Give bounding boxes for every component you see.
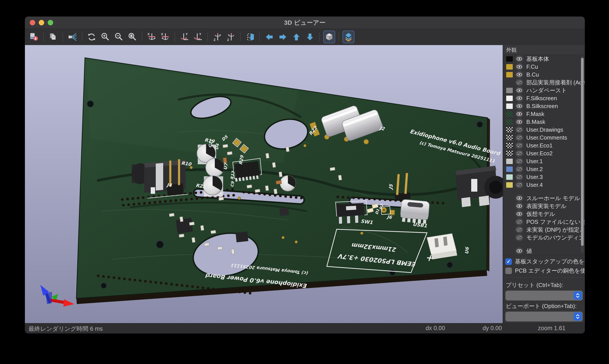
stepper-icon[interactable]	[574, 312, 582, 321]
viewport-select[interactable]	[505, 312, 583, 322]
pan-left-button[interactable]	[263, 31, 275, 43]
layer-color-swatch[interactable]	[506, 127, 513, 132]
visibility-eye-off-icon[interactable]	[515, 158, 523, 165]
model-option-row[interactable]: 表面実装モデル	[503, 202, 585, 210]
maximize-button[interactable]	[48, 20, 53, 25]
layer-color-swatch[interactable]	[506, 119, 513, 125]
layer-color-swatch[interactable]	[506, 56, 513, 62]
visibility-eye-off-icon[interactable]	[515, 173, 523, 181]
layer-row[interactable]: B.Mask	[503, 118, 585, 126]
title-bar[interactable]: 3D ビューアー	[25, 17, 585, 29]
model-option-row[interactable]: モデルのバウンディングボックス	[503, 234, 585, 242]
zoom-out-button[interactable]	[113, 31, 125, 43]
rotate-y-counterclockwise-button[interactable]: Y	[192, 31, 204, 43]
visibility-eye-off-icon[interactable]	[515, 166, 523, 173]
visibility-eye-icon[interactable]	[515, 71, 523, 78]
rotate-x-clockwise-button[interactable]: X	[146, 31, 157, 43]
layer-color-swatch[interactable]	[506, 104, 513, 109]
zoom-to-fit-button[interactable]	[127, 31, 138, 43]
3d-viewport[interactable]: R22J2R19C11D4D5R10R23U7R29R17C9J4J5SW1D1…	[25, 45, 503, 323]
visibility-eye-icon[interactable]	[515, 203, 523, 209]
refresh-view-button[interactable]	[86, 31, 98, 43]
model-option-row[interactable]: 未実装 (DNP) が指定されたモデル	[503, 226, 585, 234]
visibility-eye-off-icon[interactable]	[515, 234, 523, 241]
checkbox-checked[interactable]: ✓	[505, 258, 512, 265]
appearance-manager-toggle[interactable]	[343, 31, 354, 43]
visibility-eye-off-icon[interactable]	[515, 218, 523, 225]
orthographic-projection-toggle[interactable]	[323, 31, 335, 43]
layer-color-swatch[interactable]	[506, 72, 513, 78]
layer-row[interactable]: User.3	[503, 173, 585, 181]
use-stackup-colors-checkbox[interactable]: ✓ 基板スタックアップの色を使用	[505, 258, 585, 265]
visibility-eye-off-icon[interactable]	[515, 226, 523, 233]
model-option-row[interactable]: POS ファイルにないモデル	[503, 218, 585, 226]
checkbox-unchecked[interactable]	[505, 268, 512, 274]
visibility-eye-off-icon[interactable]	[515, 134, 523, 141]
model-option-row[interactable]: 仮想モデル	[503, 210, 585, 218]
visibility-eye-off-icon[interactable]	[515, 142, 523, 149]
layer-row[interactable]: B.Cu	[503, 71, 585, 78]
layer-color-swatch[interactable]	[506, 174, 513, 180]
visibility-eye-icon[interactable]	[515, 63, 523, 70]
layer-row[interactable]: User.Drawings	[503, 126, 585, 134]
layer-row[interactable]: User.4	[503, 181, 585, 189]
layer-row[interactable]: B.Silkscreen	[503, 102, 585, 110]
raytracing-render-button[interactable]	[66, 31, 78, 43]
use-pcb-copper-color-checkbox[interactable]: PCB エディターの銅色を使用	[505, 267, 585, 274]
layer-row[interactable]: F.Mask	[503, 110, 585, 118]
export-image-button[interactable]	[28, 31, 40, 43]
stepper-icon[interactable]	[574, 291, 582, 300]
layer-row[interactable]: ハンダペースト	[503, 86, 585, 94]
rotate-y-clockwise-button[interactable]: Y	[179, 31, 190, 43]
layer-color-swatch[interactable]	[506, 159, 513, 164]
minimize-button[interactable]	[39, 20, 44, 25]
visibility-eye-icon[interactable]	[515, 95, 523, 102]
layer-row[interactable]: User.Eco1	[503, 142, 585, 149]
pan-up-button[interactable]	[290, 31, 302, 43]
pan-down-button[interactable]	[304, 31, 316, 43]
layer-color-swatch[interactable]	[506, 64, 513, 70]
visibility-eye-off-icon[interactable]	[515, 181, 523, 188]
layer-color-swatch[interactable]	[506, 151, 513, 156]
layer-color-swatch[interactable]	[506, 135, 513, 141]
layer-row[interactable]: User.Eco2	[503, 149, 585, 157]
layer-row[interactable]: User.Comments	[503, 134, 585, 142]
scrollbar-thumb[interactable]	[581, 58, 584, 246]
layer-row[interactable]: 基板本体	[503, 55, 585, 63]
visibility-eye-off-icon[interactable]	[515, 150, 523, 157]
layer-row[interactable]: User.1	[503, 157, 585, 165]
layer-row[interactable]: F.Silkscreen	[503, 94, 585, 102]
layer-color-swatch[interactable]	[506, 182, 513, 188]
layer-color-swatch[interactable]	[506, 167, 513, 172]
layer-color-swatch[interactable]	[506, 96, 513, 101]
layer-color-swatch[interactable]	[506, 88, 513, 93]
layer-row[interactable]: User.2	[503, 165, 585, 173]
visibility-eye-icon[interactable]	[515, 247, 523, 254]
close-button[interactable]	[30, 20, 35, 25]
zoom-in-button[interactable]	[99, 31, 111, 43]
visibility-eye-icon[interactable]	[515, 210, 523, 217]
visibility-eye-icon[interactable]	[515, 118, 523, 125]
visibility-eye-icon[interactable]	[515, 195, 523, 202]
rotate-z-counterclockwise-button[interactable]: Z	[225, 31, 237, 43]
values-option-row[interactable]: 値	[503, 247, 585, 255]
model-option-row[interactable]: スルーホール モデル	[503, 194, 585, 202]
rotate-z-clockwise-button[interactable]: Z	[211, 31, 223, 43]
flip-board-button[interactable]	[244, 31, 256, 43]
visibility-eye-icon[interactable]	[515, 55, 523, 62]
copy-image-button[interactable]	[47, 31, 59, 43]
rotate-x-counterclockwise-button[interactable]: X	[159, 31, 171, 43]
pan-right-button[interactable]	[277, 31, 289, 43]
layer-color-swatch[interactable]	[506, 143, 513, 148]
layer-list-scrollbar[interactable]	[581, 56, 584, 253]
layer-color-swatch[interactable]	[506, 111, 513, 117]
toolbar-separator	[207, 32, 208, 41]
preset-select[interactable]	[505, 290, 583, 300]
visibility-eye-icon[interactable]	[515, 103, 523, 110]
layer-row[interactable]: 部品実装用接着剤 (Adhesive)	[503, 78, 585, 86]
visibility-eye-icon[interactable]	[515, 87, 523, 94]
visibility-eye-off-icon[interactable]	[515, 126, 523, 133]
visibility-eye-icon[interactable]	[515, 110, 523, 117]
visibility-eye-off-icon[interactable]	[515, 79, 523, 86]
layer-row[interactable]: F.Cu	[503, 63, 585, 71]
